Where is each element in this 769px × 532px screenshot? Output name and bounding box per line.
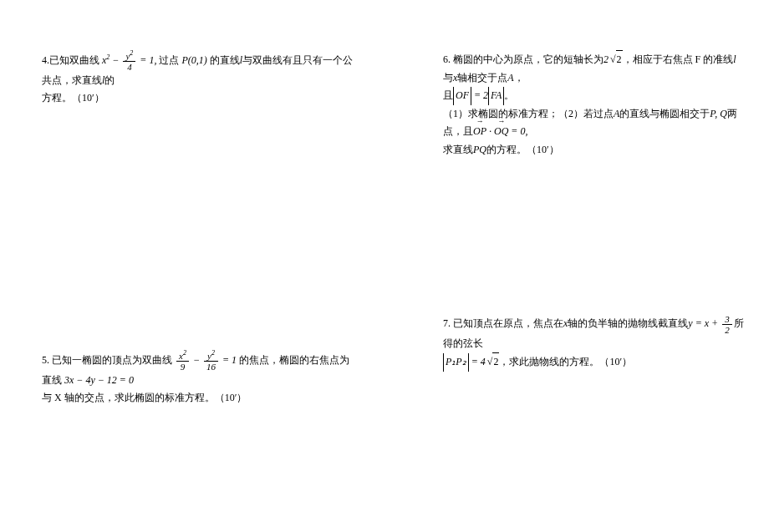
- problem-5: 5. 已知一椭圆的顶点为双曲线 x29 − y216 = 1 的焦点，椭圆的右焦…: [42, 350, 359, 408]
- fraction: y24: [123, 50, 135, 72]
- text: 方程。（10′）: [42, 89, 359, 108]
- sqrt: 2: [609, 50, 623, 69]
- text: 已知一椭圆的顶点为双曲线: [52, 354, 172, 366]
- abs: OF: [453, 87, 471, 105]
- text: ，相应于右焦点 F 的准线: [623, 53, 734, 65]
- problem-4: 4.已知双曲线 x2 − y24 = 1, 过点 P(0,1) 的直线l与双曲线…: [42, 50, 359, 108]
- problem-number: 5.: [42, 354, 52, 366]
- equation: x2 − y24 = 1,: [102, 54, 159, 66]
- vector-op: OP: [473, 123, 486, 141]
- equation: x29 − y216 = 1: [175, 354, 237, 366]
- problem-number: 4.: [42, 54, 49, 66]
- text: 与 X 轴的交点，求此椭圆的标准方程。（10′）: [42, 389, 359, 408]
- equation: y = x + 32: [688, 317, 733, 329]
- text: 已知双曲线: [49, 54, 99, 66]
- text: 的直线: [210, 54, 240, 66]
- abs: FA: [488, 87, 504, 105]
- line-equation: 3x − 4y − 12 = 0: [64, 374, 134, 386]
- sqrt: 2: [486, 352, 500, 372]
- problem-6: 6. 椭圆的中心为原点，它的短轴长为22，相应于右焦点 F 的准线l与x轴相交于…: [443, 50, 744, 160]
- text: 已知顶点在原点，焦点在: [453, 317, 563, 329]
- text: （1）求椭圆的标准方程；（2）若过点: [443, 108, 614, 119]
- text: 椭圆的中心为原点，它的短轴长为: [453, 53, 603, 65]
- vector-oq: OQ: [494, 123, 508, 141]
- problem-number: 6.: [443, 53, 453, 65]
- fraction: x29: [176, 350, 189, 372]
- point: P(0,1): [181, 54, 206, 66]
- fraction: y216: [204, 350, 218, 372]
- problem-number: 7.: [443, 317, 453, 329]
- text: 的: [104, 74, 115, 86]
- text: 过点: [159, 54, 179, 66]
- abs: P₁P₂: [443, 353, 469, 372]
- fraction: 32: [722, 314, 732, 335]
- problem-7: 7. 已知顶点在原点，焦点在x轴的负半轴的抛物线截直线y = x + 32所得的…: [443, 314, 744, 372]
